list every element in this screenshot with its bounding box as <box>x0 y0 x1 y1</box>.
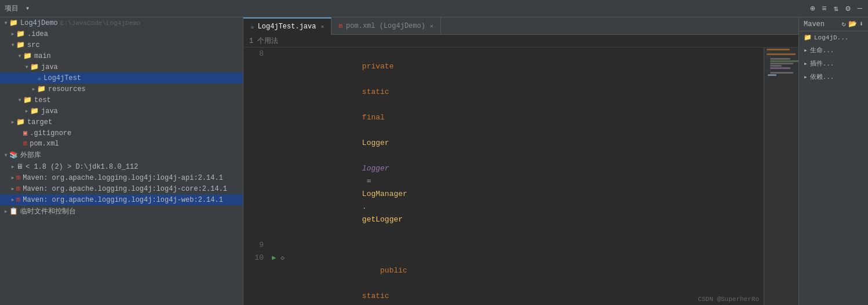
run-icon[interactable]: ▶ <box>272 254 276 262</box>
plugins-expand: ▸ <box>804 60 808 67</box>
target-expand-arrow: ▸ <box>9 118 16 126</box>
sidebar-item-java[interactable]: ▾ 📁 java <box>0 61 243 72</box>
idea-expand-arrow: ▸ <box>9 30 16 38</box>
minimap-line <box>770 63 793 64</box>
toolbar-globe-icon[interactable]: ⊕ <box>809 2 816 14</box>
line-code[interactable]: private static final Logger logger = <box>287 48 764 239</box>
sidebar-item-resources[interactable]: ▸ 📁 resources <box>0 83 243 95</box>
git-icon: ▣ <box>23 129 27 137</box>
tab-pomxml-label: pom.xml (Log4jDemo) <box>346 22 425 30</box>
right-panel-header: Maven ↻ 📂 ⬇ <box>799 17 868 31</box>
sp <box>362 126 367 135</box>
scratch-icon: 📋 <box>9 207 18 216</box>
minimap-line <box>770 60 798 62</box>
src-expand-arrow: ▾ <box>9 41 16 49</box>
resources-folder-icon: 📁 <box>37 85 46 93</box>
minimap-line <box>767 49 790 50</box>
code-content[interactable]: 8 private static final Logger <box>243 48 764 305</box>
code-table: 8 private static final Logger <box>243 48 764 305</box>
maven-panel-item-plugins[interactable]: ▸ 插件... <box>799 57 868 70</box>
line-code[interactable]: public static void main ( String [] <box>287 252 764 305</box>
project-menu[interactable]: 项目 <box>5 3 19 13</box>
sidebar-item-src[interactable]: ▾ 📁 src <box>0 39 243 50</box>
line-gutter: ▶ ◇ <box>269 252 287 305</box>
tab-java-icon: ☕ <box>250 23 254 30</box>
sidebar-item-log4jtest[interactable]: ☕ Log4jTest <box>0 72 243 83</box>
panel-refresh-icon[interactable]: ↻ <box>842 20 846 28</box>
maven-panel-item-log4j[interactable]: 📁 Log4jD... <box>799 31 868 43</box>
project-dropdown[interactable]: ▾ <box>25 4 30 13</box>
tab-maven-icon: m <box>338 23 342 30</box>
main-layout: ▾ 📁 Log4jDemo E:\JavaCode\Log4jDemo ▸ 📁 … <box>0 17 868 305</box>
sidebar-item-maven1[interactable]: ▸ m Maven: org.apache.logging.log4j:log4… <box>0 172 243 183</box>
sidebar-item-main[interactable]: ▾ 📁 main <box>0 50 243 61</box>
sidebar-item-target[interactable]: ▸ 📁 target <box>0 117 243 128</box>
sidebar-item-test[interactable]: ▾ 📁 test <box>0 95 243 106</box>
minimap-line <box>768 74 776 76</box>
gitignore-label: .gitignore <box>30 129 71 137</box>
minimap[interactable] <box>764 48 798 305</box>
maven1-label: Maven: org.apache.logging.log4j:log4j-ap… <box>23 174 223 182</box>
sidebar-item-maven2[interactable]: ▸ m Maven: org.apache.logging.log4j:log4… <box>0 183 243 194</box>
project-icon: 📁 <box>9 19 18 27</box>
scratch-label: 临时文件和控制台 <box>20 206 76 216</box>
lifecycle-expand: ▸ <box>804 46 808 54</box>
maven-panel-title: Maven <box>804 20 825 28</box>
sidebar-item-jdk[interactable]: ▸ 🖥 < 1.8 (2) > D:\jdk1.8.0_112 <box>0 161 243 172</box>
pomxml-label: pom.xml <box>30 140 59 148</box>
top-toolbar: 项目 ▾ ⊕ ≡ ⇅ ⚙ ─ <box>0 0 868 17</box>
kw-static: static <box>362 88 389 96</box>
sp <box>362 100 367 109</box>
java-label: java <box>41 63 58 71</box>
minimap-line <box>770 67 790 69</box>
sp <box>362 75 367 83</box>
java-expand-arrow: ▾ <box>23 63 30 71</box>
toolbar-settings-icon[interactable]: ⚙ <box>844 2 851 14</box>
java-file-icon: ☕ <box>37 74 41 82</box>
tab-pomxml-close[interactable]: ✕ <box>430 23 433 30</box>
sidebar-root[interactable]: ▾ 📁 Log4jDemo E:\JavaCode\Log4jDemo <box>0 17 243 28</box>
toolbar-sort-icon[interactable]: ⇅ <box>833 2 840 14</box>
maven-panel-item-lifecycle[interactable]: ▸ 生命... <box>799 43 868 57</box>
toolbar-list-icon[interactable]: ≡ <box>820 3 827 14</box>
resources-label: resources <box>48 85 86 93</box>
panel-folder-icon[interactable]: 📂 <box>848 20 857 28</box>
main-folder-icon: 📁 <box>23 52 32 60</box>
deps-label: 依赖... <box>810 72 834 81</box>
maven-panel-item-deps[interactable]: ▸ 依赖... <box>799 70 868 83</box>
tab-bar: ☕ Log4jTest.java ✕ m pom.xml (Log4jDemo)… <box>243 17 798 35</box>
tab-log4jtest-close[interactable]: ✕ <box>320 23 324 30</box>
tab-log4jtest-label: Log4jTest.java <box>258 23 316 31</box>
minimap-line <box>770 72 793 74</box>
maven2-expand-arrow: ▸ <box>9 184 16 193</box>
sidebar-item-pomxml[interactable]: m pom.xml <box>0 139 243 149</box>
root-expand-arrow: ▾ <box>2 19 9 27</box>
library-icon: 📚 <box>9 151 18 159</box>
jdk-expand-arrow: ▸ <box>9 162 16 171</box>
sp <box>362 279 367 288</box>
maven1-expand-arrow: ▸ <box>9 173 16 182</box>
sidebar-item-java2[interactable]: ▸ 📁 java <box>0 106 243 117</box>
maven1-icon: m <box>16 174 20 182</box>
minimap-line <box>765 70 771 71</box>
tab-log4jtest[interactable]: ☕ Log4jTest.java ✕ <box>243 17 331 35</box>
line-code[interactable] <box>287 239 764 252</box>
idea-label: .idea <box>27 30 48 38</box>
sidebar-item-external[interactable]: ▾ 📚 外部库 <box>0 149 243 161</box>
dot: . <box>362 202 367 211</box>
maven2-label: Maven: org.apache.logging.log4j:log4j-co… <box>23 185 227 193</box>
minimap-line <box>770 58 790 60</box>
lifecycle-label: 生命... <box>810 46 834 55</box>
panel-download-icon[interactable]: ⬇ <box>859 20 863 28</box>
sidebar-item-scratch[interactable]: ▸ 📋 临时文件和控制台 <box>0 205 243 217</box>
sidebar-item-gitignore[interactable]: ▣ .gitignore <box>0 128 243 139</box>
sidebar-item-maven3[interactable]: ▸ m Maven: org.apache.logging.log4j:log4… <box>0 194 243 205</box>
sidebar-item-idea[interactable]: ▸ 📁 .idea <box>0 28 243 39</box>
kw-public: public <box>362 266 407 275</box>
src-label: src <box>27 41 40 49</box>
toolbar-minimize-icon[interactable]: ─ <box>856 3 863 14</box>
tab-pomxml[interactable]: m pom.xml (Log4jDemo) ✕ <box>331 17 440 35</box>
table-row: 10 ▶ ◇ public static void <box>243 252 764 305</box>
maven3-icon: m <box>16 196 20 204</box>
right-panel: Maven ↻ 📂 ⬇ 📁 Log4jD... ▸ 生命... ▸ 插件... … <box>798 17 868 305</box>
